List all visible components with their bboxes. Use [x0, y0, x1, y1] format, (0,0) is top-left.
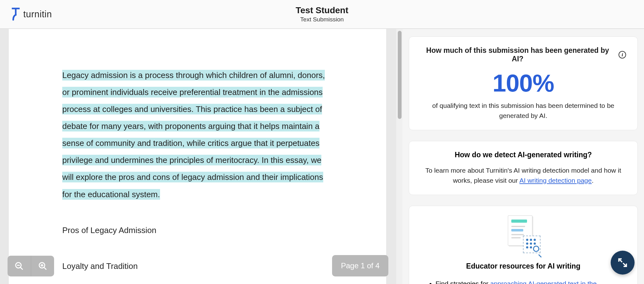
highlighted-text: Legacy admission is a process through wh…	[62, 70, 325, 200]
scrollbar-track[interactable]	[396, 29, 402, 284]
expand-icon	[617, 257, 628, 268]
ai-percent-caption: of qualifying text in this submission ha…	[420, 101, 626, 120]
zoom-in-icon	[38, 261, 47, 271]
resources-list: Find strategies for approaching AI-gener…	[420, 279, 626, 284]
main-layout: Legacy admission is a process through wh…	[0, 29, 644, 284]
ai-sidebar: How much of this submission has been gen…	[402, 29, 644, 284]
zoom-in-button[interactable]	[31, 256, 54, 276]
resources-item-1-prefix: Find strategies for	[436, 280, 490, 284]
magnifier-icon	[533, 246, 542, 254]
resources-item-1: Find strategies for approaching AI-gener…	[436, 279, 626, 284]
brand-logo: turnitin	[11, 7, 52, 21]
detection-link[interactable]: AI writing detection page	[519, 177, 592, 184]
intro-paragraph: Legacy admission is a process through wh…	[62, 67, 333, 203]
document-viewer: Legacy admission is a process through wh…	[0, 29, 402, 284]
student-name: Test Student	[296, 5, 348, 15]
submission-type: Text Submission	[296, 16, 348, 23]
svg-line-1	[20, 267, 23, 270]
ai-score-title: How much of this submission has been gen…	[420, 46, 615, 63]
header-title-block: Test Student Text Submission	[296, 5, 348, 23]
document-page: Legacy admission is a process through wh…	[9, 29, 386, 284]
scan-icon	[523, 236, 541, 253]
expand-fab-button[interactable]	[611, 251, 635, 275]
zoom-out-icon	[14, 261, 24, 271]
detection-title: How do we detect AI-generated writing?	[420, 151, 626, 159]
svg-line-4	[44, 267, 46, 270]
page-indicator: Page 1 of 4	[332, 255, 388, 276]
resources-title: Educator resources for AI writing	[420, 262, 626, 270]
scrollbar-thumb[interactable]	[398, 31, 402, 119]
brand-name: turnitin	[23, 9, 52, 19]
detection-info-card: How do we detect AI-generated writing? T…	[409, 141, 638, 195]
ai-score-card: How much of this submission has been gen…	[409, 36, 638, 130]
detection-body: To learn more about Turnitin's AI writin…	[420, 165, 626, 185]
ai-percent-value: 100%	[420, 69, 626, 97]
resources-item-1-link[interactable]: approaching AI-generated text in the	[490, 280, 597, 284]
info-icon[interactable]: i	[619, 51, 626, 58]
resources-card: Educator resources for AI writing Find s…	[409, 206, 638, 284]
zoom-controls	[8, 256, 54, 276]
app-header: turnitin Test Student Text Submission	[0, 0, 644, 29]
resources-illustration	[506, 215, 541, 253]
subsection-heading: Loyalty and Tradition	[62, 258, 333, 275]
zoom-out-button[interactable]	[8, 256, 31, 276]
turnitin-logo-icon	[11, 7, 20, 21]
detection-body-suffix: .	[592, 177, 594, 184]
section-heading: Pros of Legacy Admission	[62, 222, 333, 239]
